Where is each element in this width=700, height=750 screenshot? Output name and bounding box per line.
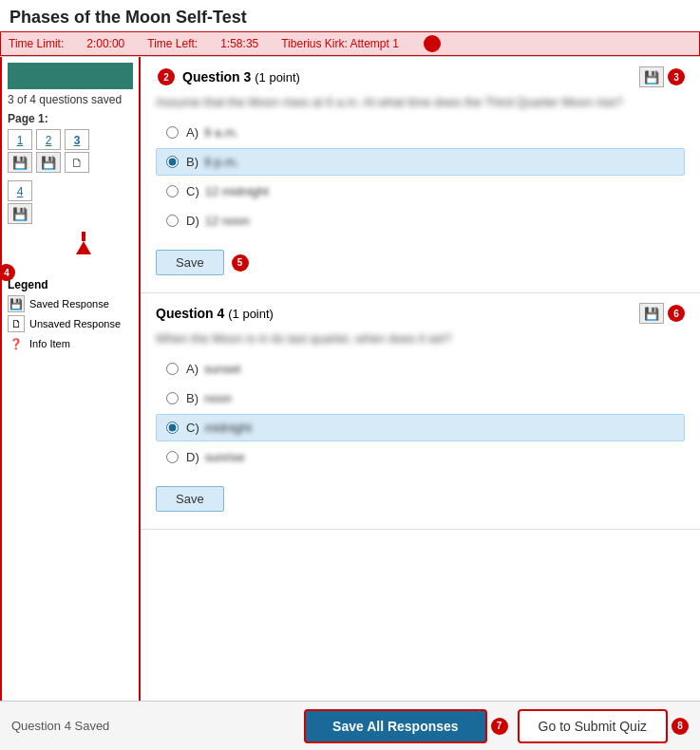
legend-saved-icon: 💾 [8,295,25,312]
badge-7: 7 [491,718,508,735]
timer-limit-label: Time Limit: [9,37,64,50]
sidebar: 3 of 4 questions saved Page 1: 1 💾 2 💾 3… [0,57,141,730]
submit-quiz-button[interactable]: Go to Submit Quiz [518,709,668,743]
legend-saved: 💾 Saved Response [8,295,133,312]
nav-num-2[interactable]: 2 [36,129,61,150]
arrow-indicator [34,232,133,254]
bottom-bar: Question 4 Saved Save All Responses 7 Go… [0,701,700,750]
q3-label-d: D) [186,214,199,228]
save-q4-button[interactable]: Save [156,486,224,512]
q4-choice-a[interactable]: A) sunset [156,355,685,383]
q3-text-d: 12 noon [205,214,250,228]
content-area: 2 Question 3 (1 point) 💾 3 Assume that t… [141,57,700,730]
q4-text-a: sunset [204,362,240,376]
student-info: Tiberius Kirk: Attempt 1 [281,37,399,50]
q3-label-c: C) [186,184,199,198]
q3-choice-b[interactable]: B) 9 p.m. [156,148,685,176]
timer-left-label: Time Left: [147,37,198,50]
save-all-button[interactable]: Save All Responses [304,709,487,743]
question-3-block: 2 Question 3 (1 point) 💾 3 Assume that t… [141,57,700,293]
q4-text-c: midnight [205,421,252,435]
questions-saved-count: 3 of 4 questions saved [8,93,133,106]
question-4-header: Question 4 (1 point) 💾 6 [156,303,685,324]
legend-unsaved: 🗋 Unsaved Response [8,315,133,332]
timer-bar: Time Limit: 2:00:00 Time Left: 1:58:35 T… [0,31,700,56]
arrow-head [76,241,91,254]
question-nav: 1 💾 2 💾 3 🗋 [8,129,133,173]
q3-label-b: B) [186,155,199,169]
legend-info-label: Info Item [29,338,70,349]
page-title: Phases of the Moon Self-Test [0,0,700,31]
nav-icon-4: 💾 [8,203,32,224]
q4-label-b: B) [186,391,199,405]
legend-info-icon: ❓ [8,335,25,352]
legend-title: Legend [8,278,133,291]
legend-info: ❓ Info Item [8,335,133,352]
q4-radio-c[interactable] [166,422,179,434]
q3-radio-d[interactable] [166,215,179,227]
nav-num-3[interactable]: 3 [65,129,89,150]
question-3-save-icon[interactable]: 💾 [639,66,664,87]
current-question-indicator [8,63,133,89]
question-3-text: Assume that the Moon rises at 6 a.m. At … [156,95,685,109]
question-3-header: 2 Question 3 (1 point) 💾 3 [156,66,685,87]
save-q3-button[interactable]: Save [156,250,224,275]
badge-2: 2 [158,68,175,85]
q4-radio-b[interactable] [166,392,179,404]
nav-item-2: 2 💾 [36,129,61,173]
q3-radio-b[interactable] [166,156,179,168]
q4-radio-a[interactable] [166,363,179,375]
q4-label-a: A) [186,362,199,376]
q4-label-d: D) [186,450,199,464]
bottom-status: Question 4 Saved [11,719,294,733]
question-4-text: When the Moon is in its last quarter, wh… [156,331,685,346]
q3-choice-a[interactable]: A) 9 a.m. [156,119,685,146]
page-label: Page 1: [8,112,133,125]
nav-num-4[interactable]: 4 [8,180,32,201]
nav-icon-2: 💾 [36,152,61,173]
legend-unsaved-icon: 🗋 [8,315,25,332]
bottom-buttons: Save All Responses 7 Go to Submit Quiz 8 [304,709,689,743]
question-4-save-icon[interactable]: 💾 [639,303,664,324]
badge-1: 1 [424,35,441,52]
badge-6: 6 [668,305,685,322]
q4-choice-b[interactable]: B) noon [156,384,685,412]
nav-icon-1: 💾 [8,152,32,173]
q4-text-b: noon [204,391,232,405]
question-nav-2: 4 💾 [8,180,133,224]
legend-saved-label: Saved Response [29,298,109,309]
q3-radio-c[interactable] [166,185,179,197]
q3-radio-a[interactable] [166,126,179,139]
q4-choice-d[interactable]: D) sunrise [156,443,685,471]
q3-text-c: 12 midnight [205,184,269,198]
q4-label-c: C) [186,421,199,435]
question-4-block: Question 4 (1 point) 💾 6 When the Moon i… [141,293,700,530]
badge-3: 3 [668,68,685,85]
q4-choice-c[interactable]: C) midnight [156,414,685,441]
q3-text-a: 9 a.m. [204,125,238,140]
question-3-label: Question 3 (1 point) [182,69,300,84]
q3-choice-d[interactable]: D) 12 noon [156,207,685,234]
timer-left-value: 1:58:35 [220,37,258,50]
badge-8: 8 [672,718,689,735]
q3-label-a: A) [186,125,199,140]
legend: Legend 💾 Saved Response 🗋 Unsaved Respon… [8,278,133,352]
q4-text-d: sunrise [205,450,245,464]
nav-icon-3: 🗋 [65,152,89,173]
arrow-shaft [82,232,85,241]
legend-unsaved-label: Unsaved Response [29,318,121,329]
nav-item-4: 4 💾 [8,180,32,224]
nav-num-1[interactable]: 1 [8,129,32,150]
question-4-label: Question 4 (1 point) [156,306,274,321]
nav-item-3: 3 🗋 [65,129,89,173]
timer-limit-value: 2:00:00 [86,37,124,50]
q3-text-b: 9 p.m. [204,155,238,169]
badge-5: 5 [232,254,249,272]
q4-radio-d[interactable] [166,451,179,463]
nav-item-1: 1 💾 [8,129,32,173]
q3-choice-c[interactable]: C) 12 midnight [156,178,685,205]
